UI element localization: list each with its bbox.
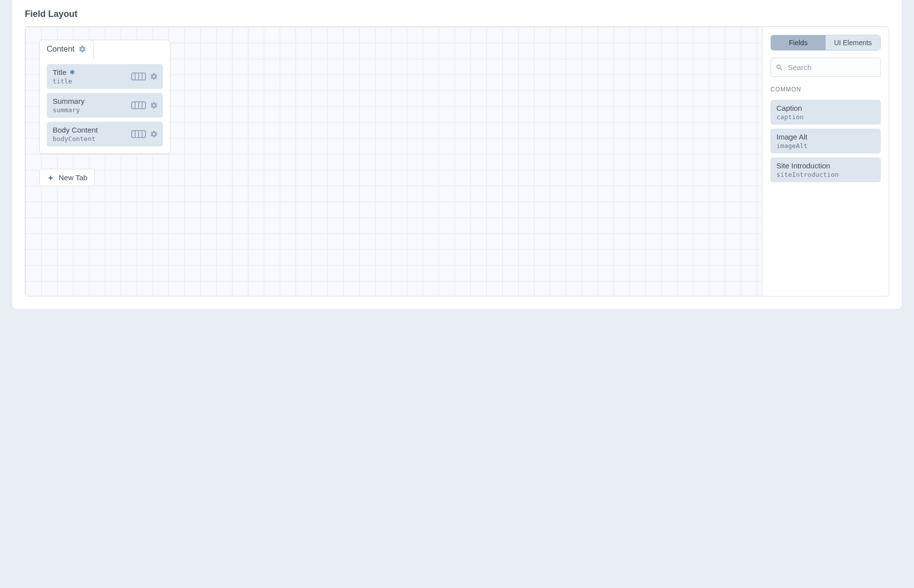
field-label: Title bbox=[53, 68, 67, 76]
available-field-image-alt[interactable]: Image Alt imageAlt bbox=[770, 129, 881, 153]
new-tab-button[interactable]: ＋ New Tab bbox=[39, 169, 95, 186]
field-row-body-content[interactable]: Body Content bodyContent bbox=[47, 122, 163, 147]
plus-icon: ＋ bbox=[47, 174, 55, 182]
available-field-handle: imageAlt bbox=[776, 142, 875, 149]
search-wrap bbox=[770, 58, 881, 77]
field-layout-container: Content Title ✱ bbox=[25, 26, 889, 296]
gear-icon[interactable] bbox=[78, 45, 86, 53]
width-indicator[interactable] bbox=[131, 73, 146, 80]
gear-icon[interactable] bbox=[150, 73, 158, 80]
field-handle: title bbox=[53, 77, 75, 85]
layout-tab-name: Content bbox=[47, 45, 75, 54]
available-field-handle: siteIntroduction bbox=[776, 171, 875, 178]
width-indicator[interactable] bbox=[131, 101, 146, 109]
layout-tab-header[interactable]: Content bbox=[39, 40, 94, 60]
available-field-site-introduction[interactable]: Site Introduction siteIntroduction bbox=[770, 157, 881, 182]
tab-fields[interactable]: Fields bbox=[771, 35, 826, 50]
width-indicator[interactable] bbox=[131, 130, 146, 138]
asterisk-icon: ✱ bbox=[70, 69, 75, 75]
available-field-label: Caption bbox=[776, 104, 875, 112]
library-segmented-control: Fields UI Elements bbox=[770, 35, 881, 51]
field-layout-designer: Content Title ✱ bbox=[25, 27, 762, 296]
new-tab-label: New Tab bbox=[59, 173, 87, 182]
group-label-common: COMMON bbox=[770, 86, 881, 93]
available-field-handle: caption bbox=[776, 113, 875, 121]
field-list: Title ✱ title bbox=[40, 60, 170, 153]
tab-ui-elements[interactable]: UI Elements bbox=[826, 35, 880, 50]
available-field-caption[interactable]: Caption caption bbox=[770, 100, 881, 125]
library-sidebar: Fields UI Elements COMMON Caption captio… bbox=[762, 27, 889, 296]
available-field-label: Image Alt bbox=[776, 133, 875, 141]
field-row-summary[interactable]: Summary summary bbox=[47, 93, 163, 118]
available-fields-list: Caption caption Image Alt imageAlt Site … bbox=[770, 100, 881, 182]
search-icon bbox=[775, 64, 783, 72]
field-handle: bodyContent bbox=[53, 135, 98, 143]
gear-icon[interactable] bbox=[150, 130, 158, 138]
field-handle: summary bbox=[53, 106, 84, 114]
field-row-title[interactable]: Title ✱ title bbox=[47, 64, 163, 89]
field-label: Body Content bbox=[53, 126, 98, 134]
section-title: Field Layout bbox=[25, 0, 889, 26]
gear-icon[interactable] bbox=[150, 101, 158, 109]
layout-tab-card: Content Title ✱ bbox=[39, 40, 170, 154]
field-label: Summary bbox=[53, 97, 84, 105]
available-field-label: Site Introduction bbox=[776, 161, 875, 170]
search-input[interactable] bbox=[770, 58, 881, 77]
